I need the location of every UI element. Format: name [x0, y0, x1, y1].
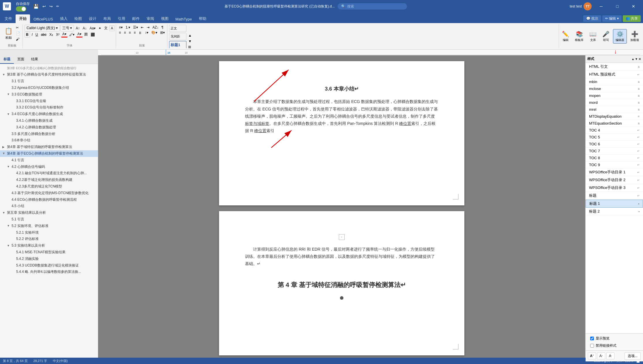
styles-scroll-up[interactable]: ▲: [187, 33, 193, 38]
nav-tab-results[interactable]: 结果: [28, 55, 42, 64]
show-formatting-btn[interactable]: ¶: [160, 25, 164, 30]
case-btn[interactable]: Aa▾: [88, 26, 97, 31]
template-lib-btn[interactable]: 📚 模板库: [573, 29, 586, 43]
decrease-font-btn[interactable]: A↓: [81, 26, 88, 31]
tab-insert[interactable]: 插入: [57, 14, 71, 23]
style-no-spacing[interactable]: 无间距: [169, 33, 186, 40]
style-item-mteq-section[interactable]: MTEquationSection a: [586, 120, 643, 127]
align-left-btn[interactable]: ≡: [118, 30, 122, 35]
tree-item[interactable]: 3.4.2 心肺耦合数据预处理: [0, 124, 98, 131]
style-panel-close[interactable]: ✕: [638, 57, 641, 61]
tree-item[interactable]: ▼ 第五章 实验结果以及分析: [0, 209, 98, 216]
style-item-html-cite[interactable]: HTML 引文 a: [586, 63, 643, 71]
tree-item[interactable]: 4.3 基于贝叶斯优化定理的MS-DTCN模型参数优化: [0, 190, 98, 196]
share-btn[interactable]: 👥 共享: [623, 15, 641, 22]
text-color-btn[interactable]: A▾: [61, 31, 68, 37]
style-item-mord[interactable]: mord a: [586, 99, 643, 106]
copy-btn[interactable]: 📄: [15, 31, 21, 36]
tree-item[interactable]: 4.4 ECG心肺耦合数据的呼吸暂停检测流程: [0, 196, 98, 203]
font-family-dropdown[interactable]: Calibri Light (西文) ▾: [25, 25, 60, 31]
style-item-mclose[interactable]: mclose a: [586, 85, 643, 92]
border-btn[interactable]: ⊞▾: [159, 30, 166, 35]
style-panel-up[interactable]: ▲: [631, 57, 634, 61]
style-item-toc8[interactable]: TOC 8 ↵: [586, 155, 643, 162]
style-heading1[interactable]: 标题1: [169, 41, 186, 48]
main-editor-btn[interactable]: ⚙️ 编辑器: [613, 29, 627, 44]
char-border-btn[interactable]: 囲: [83, 31, 89, 37]
style-item-toc6[interactable]: TOC 6 ↵: [586, 141, 643, 148]
bullet-list-btn[interactable]: ≡▾: [118, 25, 124, 30]
highlight-btn[interactable]: 🖊▾: [68, 32, 76, 37]
columns-btn[interactable]: ⫼: [137, 30, 143, 35]
tree-item[interactable]: ▼ 5.3 实验结果以及分析: [0, 242, 98, 249]
style-options-btn[interactable]: 选项...: [625, 352, 641, 360]
inspect-style-btn[interactable]: A ₊: [597, 352, 605, 359]
tree-item[interactable]: ▼ 3.4 ECG多尺度心肺耦合数据生成: [0, 111, 98, 117]
tree-item[interactable]: 3.5 多尺度心肺耦合数据分析: [0, 131, 98, 137]
tree-item[interactable]: 5.4.4 略. 向列举4.以编考数组参的算法验...: [0, 269, 98, 275]
maximize-btn[interactable]: □: [611, 0, 624, 13]
sort-btn[interactable]: AZ↓: [151, 25, 160, 30]
search-input[interactable]: [347, 4, 403, 8]
undo-btn[interactable]: ↩: [41, 3, 47, 9]
style-item-html-pre[interactable]: HTML 预设格式 ↵: [586, 71, 643, 78]
bordered-text-btn[interactable]: A: [109, 25, 115, 31]
show-preview-checkbox[interactable]: [590, 337, 594, 340]
styles-expand[interactable]: ⊞: [187, 44, 193, 48]
style-item-wps-toc1[interactable]: WPSOffice手动目录 1 ↵: [586, 168, 643, 176]
outline-list-btn[interactable]: ☰▾: [132, 25, 139, 30]
subscript-btn[interactable]: X₂: [48, 32, 54, 37]
tree-item[interactable]: ▼ 4.2 心肺耦合信号编码: [0, 164, 98, 170]
strikethrough-btn[interactable]: abc: [40, 32, 48, 37]
addin-btn[interactable]: ➕ 加载项: [628, 29, 641, 43]
tree-item[interactable]: 4.2.1 融合TCN与时域通道注意力机制的心肺...: [0, 170, 98, 177]
new-style-btn[interactable]: A +: [588, 352, 596, 359]
superscript-btn[interactable]: X²: [55, 32, 61, 37]
tab-help[interactable]: 帮助: [195, 14, 210, 23]
tree-item[interactable]: 3.3.1 ECG信号去噪: [0, 98, 98, 104]
decrease-indent-btn[interactable]: ⇤: [140, 25, 145, 30]
style-item-toc4[interactable]: TOC 4 ↵: [586, 127, 643, 134]
styles-scroll-down[interactable]: ▼: [187, 39, 193, 44]
tree-item-selected[interactable]: ▼ 第4章 基于ECG心肺耦合机制的呼吸暂停检测算法: [0, 150, 98, 157]
tree-item[interactable]: ▼ 5.2 实验环境、评估标准: [0, 223, 98, 229]
tree-item[interactable]: 5.4.2 消融实验: [0, 256, 98, 262]
tab-officeplus[interactable]: OfficePLUS: [30, 15, 57, 23]
tab-view[interactable]: 视图: [158, 14, 172, 23]
disable-link-checkbox[interactable]: [590, 344, 594, 348]
tab-file[interactable]: 文件: [1, 14, 16, 23]
autosave-toggle-btn[interactable]: 自动保存: [14, 1, 31, 12]
tab-draw[interactable]: 绘图: [71, 14, 85, 23]
search-box[interactable]: 🔍: [338, 3, 407, 10]
redo-btn[interactable]: ↪: [48, 3, 54, 9]
line-spacing-btn[interactable]: ↕▾: [144, 30, 149, 35]
style-item-wps-toc2[interactable]: WPSOffice手动目录 2 ↵: [586, 176, 643, 184]
save-btn[interactable]: 💾: [32, 3, 40, 10]
shading-btn[interactable]: 🎨▾: [150, 30, 158, 35]
tab-review[interactable]: 审阅: [143, 14, 158, 23]
speech-btn[interactable]: 🎤 听写: [600, 29, 612, 43]
tree-item[interactable]: 5.2.1 实验环境: [0, 229, 98, 236]
tree-item[interactable]: 4.1 引言: [0, 157, 98, 164]
more-btn[interactable]: ✏: [55, 4, 61, 9]
tree-item[interactable]: 5.2.2 评估标准: [0, 236, 98, 242]
style-item-mtdisplay[interactable]: MTDisplayEquation ≡: [586, 113, 643, 120]
align-right-btn[interactable]: ≡: [128, 30, 132, 35]
autosave-switch[interactable]: [16, 6, 26, 12]
style-item-mrel[interactable]: mrel a: [586, 106, 643, 113]
char-shade-btn[interactable]: ⬛: [89, 32, 96, 37]
style-item-toc5[interactable]: TOC 5 ↵: [586, 134, 643, 141]
tree-item[interactable]: 3.4.1 心肺耦合数据生成: [0, 117, 98, 124]
clear-format-btn[interactable]: ✦: [97, 26, 102, 31]
tree-item[interactable]: 5.1 引言: [0, 216, 98, 223]
numbered-list-btn[interactable]: 1.▾: [124, 25, 131, 30]
editor-btn[interactable]: ✏️ 编辑: [560, 29, 571, 43]
bold-btn[interactable]: B: [25, 32, 30, 37]
tree-item[interactable]: 第3章 ECG多尺度心(省略)/心肺数据的组合数缩行: [0, 65, 98, 71]
font-color-btn2[interactable]: A▾: [76, 31, 83, 37]
tree-item[interactable]: 4.5 小结: [0, 203, 98, 209]
tab-mathtype[interactable]: MathType: [172, 15, 195, 23]
comment-btn[interactable]: 💬 批注: [583, 15, 601, 22]
tree-item[interactable]: 3.6本章小结: [0, 137, 98, 144]
tree-item[interactable]: 5.4.1 MSE-TCNAT模型实验结果: [0, 249, 98, 256]
